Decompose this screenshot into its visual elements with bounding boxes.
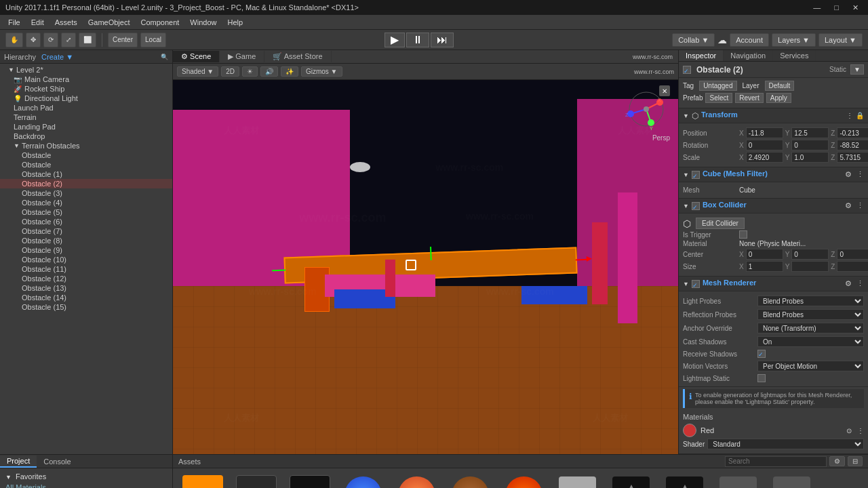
prefab-select-btn[interactable]: Select (705, 93, 732, 103)
asset-blue[interactable]: Blue (338, 472, 389, 488)
mesh-renderer-checkbox[interactable] (692, 280, 700, 288)
rot-z-input[interactable] (837, 140, 868, 150)
tool-rotate[interactable]: ⟳ (43, 33, 58, 47)
maximize-btn[interactable]: □ (830, 3, 843, 12)
hierarchy-terrain-obstacles[interactable]: ▼ Terrain Obstacles (0, 141, 172, 150)
account-button[interactable]: Account (730, 33, 769, 47)
hierarchy-obstacle-6[interactable]: Obstacle (6) (0, 217, 172, 226)
mesh-filter-header[interactable]: ▼ Cube (Mesh Filter) ⚙ ⋮ (679, 167, 868, 182)
hierarchy-launch-pad[interactable]: Launch Pad (0, 103, 172, 113)
assets-settings-btn[interactable]: ⚙ (829, 456, 845, 466)
light-probes-select[interactable]: Blend Probes (757, 296, 864, 306)
scene-viewport[interactable]: Persp X Y Z (173, 80, 678, 454)
gizmos-button[interactable]: Gizmos ▼ (301, 66, 342, 77)
assets-collapse-btn[interactable]: ⊟ (848, 456, 863, 466)
box-collider-menu-icon[interactable]: ⋮ (856, 201, 864, 209)
asset-level2[interactable]: Level 2 (659, 472, 710, 488)
tab-inspector[interactable]: Inspector (679, 50, 724, 61)
hierarchy-obstacle-9[interactable]: Obstacle (9) (0, 245, 172, 255)
size-y-input[interactable] (791, 261, 829, 272)
material-menu-icon[interactable]: ⋮ (857, 427, 864, 434)
center-x-input[interactable] (746, 249, 783, 260)
hierarchy-obstacle-1[interactable]: Obstacle (0, 160, 172, 169)
layout-button[interactable]: Layout ▼ (818, 33, 863, 47)
box-collider-checkbox[interactable] (692, 202, 700, 210)
hierarchy-obstacle-15[interactable]: Obstacle (15) (0, 302, 172, 312)
hierarchy-obstacle-5[interactable]: Obstacle (5) (0, 207, 172, 217)
hierarchy-obstacle-2[interactable]: Obstacle (2) (0, 179, 172, 188)
cast-shadows-select[interactable]: On (757, 336, 864, 347)
tool-rect[interactable]: ⬜ (79, 33, 96, 47)
menu-window[interactable]: Window (184, 17, 222, 28)
motion-vectors-select[interactable]: Per Object Motion (757, 361, 864, 371)
receive-shadows-checkbox[interactable] (757, 350, 766, 358)
prefab-apply-btn[interactable]: Apply (766, 93, 791, 103)
shading-dropdown[interactable]: Shaded ▼ (177, 66, 218, 77)
hierarchy-obstacle-3[interactable]: Obstacle (3) (0, 188, 172, 198)
rot-y-input[interactable] (791, 140, 829, 150)
rot-x-input[interactable] (746, 140, 783, 150)
hierarchy-obstacle-4[interactable]: Obstacle (4) (0, 198, 172, 207)
scale-z-input[interactable] (837, 152, 868, 163)
size-x-input[interactable] (746, 261, 783, 272)
tag-select[interactable]: Untagged (699, 81, 736, 91)
menu-help[interactable]: Help (222, 17, 248, 28)
menu-component[interactable]: Component (135, 17, 184, 28)
hierarchy-create[interactable]: Create ▼ (41, 53, 73, 61)
tab-console[interactable]: Console (37, 456, 77, 467)
hierarchy-obstacle-13[interactable]: Obstacle (13) (0, 283, 172, 293)
asset-launch-pad[interactable]: Launch Pad (552, 472, 603, 488)
box-collider-settings-icon[interactable]: ⚙ (845, 201, 852, 209)
gizmo-close-btn[interactable]: ✕ (659, 85, 670, 96)
menu-file[interactable]: File (3, 17, 26, 28)
hierarchy-obstacle-11[interactable]: Obstacle (11) (0, 264, 172, 274)
effects-button[interactable]: ✨ (281, 66, 298, 77)
tool-scale[interactable]: ⤢ (61, 33, 76, 47)
asset-backdrop[interactable]: Backdrop (231, 472, 281, 488)
layers-button[interactable]: Layers ▼ (772, 33, 816, 47)
scale-x-input[interactable] (746, 152, 783, 163)
center-y-input[interactable] (791, 249, 829, 260)
hierarchy-search-icon[interactable]: 🔍 (161, 54, 168, 60)
menu-gameobject[interactable]: GameObject (83, 17, 136, 28)
center-button[interactable]: Center (108, 33, 138, 47)
tab-navigation[interactable]: Navigation (724, 50, 773, 61)
transform-menu-icon[interactable]: ⋮ (846, 112, 853, 119)
pos-y-input[interactable] (791, 127, 829, 138)
mesh-filter-checkbox[interactable] (692, 171, 700, 179)
layer-select[interactable]: Default (765, 81, 795, 91)
menu-edit[interactable]: Edit (26, 17, 50, 28)
prefab-revert-btn[interactable]: Revert (735, 93, 763, 103)
transform-component-header[interactable]: ▼ ⬡ Transform ⋮ 🔒 (679, 108, 868, 123)
pos-z-input[interactable] (837, 127, 868, 138)
hierarchy-obstacle-0[interactable]: Obstacle (0, 150, 172, 160)
asset-directional-light[interactable]: Directional L... (391, 472, 442, 488)
close-btn[interactable]: ✕ (848, 3, 863, 12)
hierarchy-landing-pad[interactable]: Landing Pad (0, 122, 172, 131)
material-selector-icon[interactable]: ⊙ (846, 427, 852, 434)
mesh-filter-settings-icon[interactable]: ⚙ (845, 170, 852, 178)
material-color-swatch[interactable] (683, 424, 696, 437)
hierarchy-obstacle-10[interactable]: Obstacle (10) (0, 255, 172, 264)
asset-level1[interactable]: Level 1 (606, 472, 656, 488)
anchor-override-select[interactable]: None (Transform) (757, 323, 864, 333)
size-z-input[interactable] (837, 261, 868, 272)
hierarchy-directional-light[interactable]: 💡 Directional Light (0, 94, 172, 103)
static-dropdown[interactable]: ▼ (850, 64, 864, 75)
asset-black[interactable]: Black (284, 472, 335, 488)
hierarchy-main-camera[interactable]: 📷 Main Camera (0, 75, 172, 84)
asset-318688[interactable]: 318688_l... (177, 472, 228, 488)
tab-project[interactable]: Project (0, 455, 37, 468)
lighting-button[interactable]: ☀ (242, 66, 258, 77)
active-checkbox[interactable] (683, 66, 691, 74)
pos-x-input[interactable] (746, 127, 783, 138)
asset-earth[interactable]: Earth (445, 472, 496, 488)
2d-button[interactable]: 2D (221, 66, 239, 77)
fav-all-materials[interactable]: All Materials (3, 482, 170, 488)
step-button[interactable]: ⏭ (431, 33, 454, 47)
reflection-probes-select[interactable]: Blend Probes (757, 309, 864, 320)
box-collider-header[interactable]: ▼ Box Collider ⚙ ⋮ (679, 199, 868, 214)
mesh-renderer-menu-icon[interactable]: ⋮ (856, 279, 864, 287)
hierarchy-rocket-ship[interactable]: 🚀 Rocket Ship (0, 84, 172, 94)
asset-flame[interactable]: Flame (498, 472, 549, 488)
